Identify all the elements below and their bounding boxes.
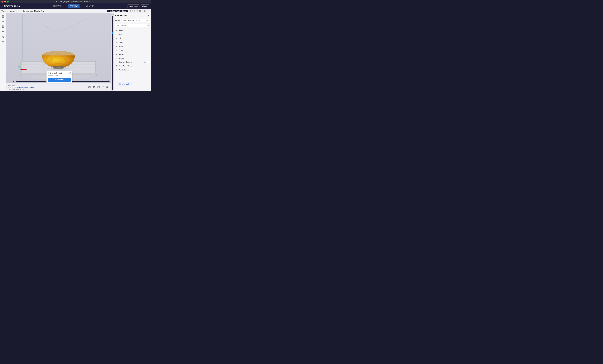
svg-rect-5	[2, 31, 4, 31]
object-list-section: ∧ Object list ✏ CE3PRO_NegativeSpaceTole…	[8, 84, 35, 90]
infill-label: Infill	[118, 37, 148, 39]
shell-chevron: ‹	[149, 33, 149, 35]
signin-button[interactable]: Sign in	[141, 4, 149, 8]
setting-support[interactable]: ⊥ Support ‹	[114, 56, 151, 60]
setting-shell[interactable]: △ Shell ‹	[114, 32, 151, 36]
viewport[interactable]: ▶ ∧ Object list ✏ CE3PRO_NegativeSpaceTo…	[6, 13, 111, 91]
vertical-top-thumb[interactable]	[112, 32, 113, 34]
maximize-button[interactable]	[7, 1, 9, 2]
material-chevron: ‹	[149, 41, 149, 43]
tool-graph[interactable]	[1, 39, 5, 44]
search-input[interactable]	[115, 24, 147, 27]
fill-pct: 90%	[132, 10, 135, 12]
setting-speed[interactable]: ◎ Speed ‹	[114, 44, 151, 48]
svg-marker-34	[20, 73, 21, 76]
vertical-slider-container[interactable]: 100	[111, 13, 114, 91]
more-options-indicator: ···	[114, 88, 151, 91]
setting-infill[interactable]: ⊞ Infill ‹	[114, 36, 151, 40]
setting-build-plate[interactable]: ⊕ Build Plate Adhesion ‹	[114, 64, 151, 68]
minimize-button[interactable]	[4, 1, 6, 2]
svg-point-3	[2, 25, 4, 28]
profile-select[interactable]: Standard Quality 0.2mm ★ ▾	[122, 19, 149, 22]
tool-view-alt[interactable]	[1, 34, 5, 39]
chevron-down-icon[interactable]: ∧	[8, 84, 9, 86]
dropdown-icon[interactable]: ▾	[147, 19, 148, 21]
link-icon[interactable]: 🔗	[144, 61, 146, 63]
setting-quality[interactable]: ≡ Quality ‹	[114, 28, 151, 32]
support-icon: ⬡	[137, 10, 138, 12]
quality-badge[interactable]: Standard Quality - 0.2mm	[107, 10, 128, 12]
star-icon[interactable]: ★	[145, 19, 147, 21]
cooling-icon: ❄	[115, 53, 118, 55]
vertical-bottom-thumb[interactable]	[112, 88, 113, 90]
info-icon[interactable]: ⓘ	[69, 72, 71, 74]
dual-extrusion-label: Dual Extrusion	[118, 69, 148, 71]
color-scheme-value[interactable]: Material Color	[34, 10, 44, 12]
shell-label: Shell	[118, 33, 148, 35]
nav-monitor[interactable]: MONITOR	[84, 4, 96, 8]
nav-center: PREPARE PREVIEW MONITOR	[51, 4, 96, 8]
delete-icon[interactable]	[92, 85, 96, 89]
tool-solid[interactable]	[1, 14, 5, 19]
svg-point-48	[46, 67, 70, 69]
pencil-icon[interactable]: ✏	[148, 10, 149, 12]
object-list-label[interactable]: Object list	[9, 84, 16, 86]
svg-rect-7	[2, 32, 4, 32]
svg-marker-52	[25, 69, 27, 70]
close-panel-button[interactable]: ✕	[148, 14, 149, 17]
svg-rect-1	[2, 16, 4, 17]
setting-material[interactable]: ||| Material ‹	[114, 40, 151, 44]
nav-prepare[interactable]: PREPARE	[51, 4, 63, 8]
svg-point-64	[107, 87, 108, 88]
nav-preview[interactable]: PREVIEW	[68, 4, 80, 8]
merge-icon[interactable]	[106, 85, 109, 89]
paste-icon[interactable]	[101, 85, 105, 89]
settings-list: ≡ Quality ‹ △ Shell ‹ ⊞ Infill ‹ ||| Mat…	[114, 28, 151, 80]
svg-rect-60	[102, 86, 104, 88]
view-type-value[interactable]: Layer view	[10, 10, 18, 12]
logo-bold: Cura	[14, 5, 20, 7]
build-plate-label: Build Plate Adhesion	[118, 65, 148, 67]
right-panel: Print settings ✕ Profile Standard Qualit…	[114, 13, 151, 91]
copy-icon[interactable]	[97, 85, 100, 89]
support-chevron: ‹	[149, 57, 149, 59]
infill-chevron: ‹	[149, 37, 149, 39]
view-type-label: View type	[1, 10, 9, 12]
tool-xray[interactable]	[1, 24, 5, 29]
tool-layer[interactable]	[1, 29, 5, 34]
travel-chevron: ‹	[149, 49, 149, 51]
window-controls	[1, 1, 9, 2]
fill-icon: ▣	[130, 10, 131, 12]
adhesion-icon: ⊕	[142, 10, 144, 12]
bottom-icons	[88, 85, 109, 89]
svg-rect-6	[2, 32, 4, 32]
setting-travel[interactable]: ⊤ Travel ‹	[114, 48, 151, 52]
vertical-track[interactable]	[112, 16, 113, 90]
setting-cooling[interactable]: ❄ Cooling ‹	[114, 52, 151, 56]
speed-label: Speed	[118, 45, 148, 47]
chevron-left-icon[interactable]: ‹	[19, 10, 19, 12]
generate-support-checkbox[interactable]	[147, 61, 149, 63]
tool-wireframe[interactable]	[1, 19, 5, 24]
close-button[interactable]	[1, 1, 3, 2]
object-name[interactable]: CE3PRO_NegativeSpaceTolerance	[10, 86, 35, 88]
speed-chevron: ‹	[149, 46, 149, 47]
cooling-label: Cooling	[118, 53, 148, 55]
layer-thumb[interactable]	[108, 80, 109, 82]
save-to-file-button[interactable]: Save to File	[48, 78, 71, 81]
shell-icon: △	[115, 33, 118, 35]
recommended-button[interactable]: ‹ Recommended	[117, 82, 132, 86]
color-scheme-label: Color scheme	[23, 10, 33, 12]
svg-rect-59	[94, 86, 94, 87]
play-button[interactable]: ▶	[12, 80, 15, 83]
settings-menu-icon[interactable]: ≡	[148, 24, 149, 27]
dual-extrusion-icon: ⊥	[115, 69, 118, 71]
summary-box: ⏱ 1 hour 18 minutes ⓘ ▥ 9g · 2.92m Save …	[46, 70, 72, 83]
svg-point-4	[2, 26, 3, 27]
setting-dual-extrusion[interactable]: ⊥ Dual Extrusion ‹	[114, 68, 151, 72]
duplicate-icon[interactable]	[88, 85, 91, 89]
svg-point-9	[3, 37, 4, 37]
marketplace-button[interactable]: Marketplace	[127, 4, 139, 8]
logo-light: Ultimaker	[2, 5, 13, 7]
build-plate-icon: ⊕	[115, 65, 118, 67]
